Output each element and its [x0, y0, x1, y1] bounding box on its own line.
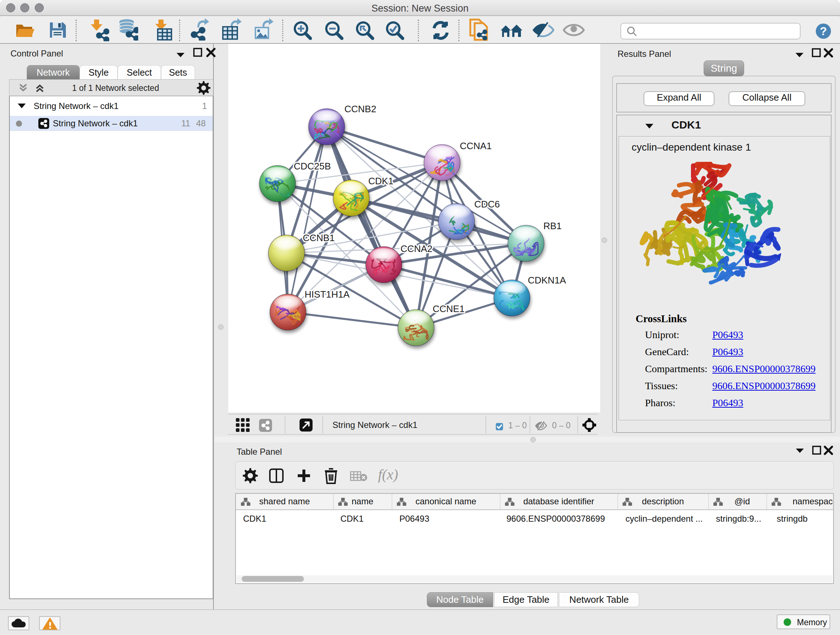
svg-text:CCNB2: CCNB2 [344, 103, 376, 114]
svg-text:CCNA2: CCNA2 [401, 243, 432, 254]
svg-text:CDK1: CDK1 [368, 176, 393, 187]
svg-text:HIST1H1A: HIST1H1A [305, 289, 350, 300]
svg-text:CCNE1: CCNE1 [433, 303, 464, 314]
svg-text:CCNA1: CCNA1 [460, 141, 492, 151]
svg-text:CDKN1A: CDKN1A [528, 275, 566, 286]
svg-text:CDC6: CDC6 [474, 199, 500, 210]
svg-text:CCNB1: CCNB1 [303, 233, 335, 243]
svg-text:?: ? [820, 25, 827, 38]
svg-text:CDC25B: CDC25B [294, 161, 331, 172]
svg-text:RB1: RB1 [543, 220, 562, 231]
